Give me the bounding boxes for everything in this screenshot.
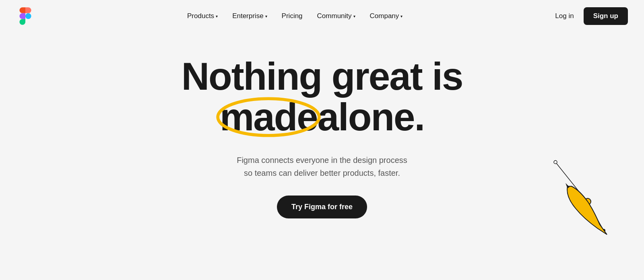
made-wrapper: made — [220, 97, 318, 138]
headline-line1: Nothing great is — [182, 56, 463, 97]
svg-point-3 — [554, 161, 557, 164]
community-caret: ▾ — [353, 14, 355, 19]
nav-enterprise[interactable]: Enterprise ▾ — [232, 12, 267, 20]
navbar: Products ▾ Enterprise ▾ Pricing Communit… — [0, 0, 644, 32]
nav-community[interactable]: Community ▾ — [317, 12, 355, 20]
nav-actions: Log in Sign up — [555, 7, 628, 25]
products-caret: ▾ — [216, 14, 218, 19]
pen-tool-illustration — [539, 154, 612, 235]
cta-button[interactable]: Try Figma for free — [277, 196, 367, 218]
nav-company[interactable]: Company ▾ — [370, 12, 403, 20]
hero-subtext: Figma connects everyone in the design pr… — [237, 154, 407, 179]
company-caret: ▾ — [400, 14, 402, 19]
headline-line2: made alone. — [182, 97, 463, 138]
made-text: made — [220, 95, 318, 138]
logo[interactable] — [16, 2, 35, 30]
hero-headline: Nothing great is made alone. — [182, 56, 463, 138]
nav-products[interactable]: Products ▾ — [187, 12, 218, 20]
nav-links: Products ▾ Enterprise ▾ Pricing Communit… — [35, 12, 555, 20]
signup-button[interactable]: Sign up — [584, 7, 628, 25]
enterprise-caret: ▾ — [265, 14, 267, 19]
alone-text: alone. — [318, 95, 424, 138]
hero-section: Nothing great is made alone. Figma conne… — [0, 32, 644, 218]
nav-pricing[interactable]: Pricing — [282, 12, 303, 20]
login-button[interactable]: Log in — [555, 12, 574, 20]
